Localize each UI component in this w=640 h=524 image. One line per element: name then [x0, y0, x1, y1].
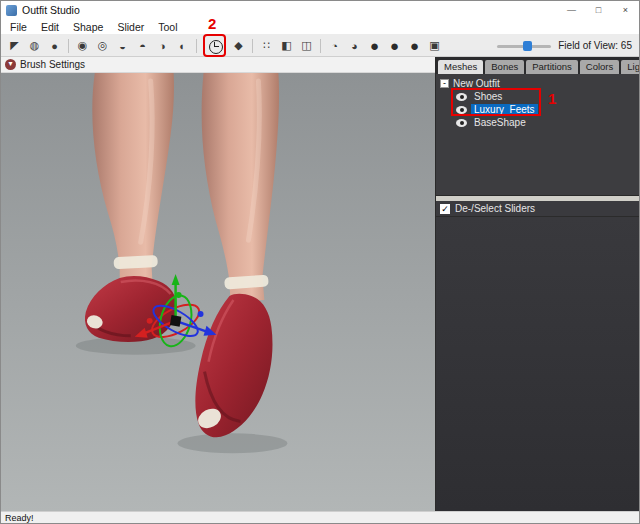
- field-of-view-slider[interactable]: [497, 39, 551, 53]
- tree-item-label: Shoes: [471, 91, 505, 102]
- select-tool-icon[interactable]: ◤: [5, 36, 24, 55]
- gizmo-handle-z[interactable]: [198, 311, 204, 317]
- tab-partitions[interactable]: Partitions: [526, 60, 578, 74]
- sliders-header: ✓ De-/Select Sliders: [436, 201, 639, 217]
- tab-bones[interactable]: Bones: [485, 60, 524, 74]
- alpha-brush-icon[interactable]: ◐: [173, 36, 192, 55]
- outfit-studio-window: Outfit Studio — □ × FileEditShapeSliderT…: [0, 0, 640, 524]
- toolbar-items: ◤◍●◉◎◒◓◑◐2◆∷◧◫◔◕●●●▣: [5, 36, 444, 55]
- close-button[interactable]: ×: [612, 1, 639, 19]
- tree-item-baseshape[interactable]: BaseShape: [456, 116, 639, 129]
- viewport-panel: ▾ Brush Settings: [1, 57, 436, 511]
- tree-root-label: New Outfit: [453, 78, 500, 89]
- panel-tabs: MeshesBonesPartitionsColorsLights: [436, 57, 639, 74]
- gizmo-handle-x[interactable]: [147, 318, 153, 324]
- toolbar: ◤◍●◉◎◒◓◑◐2◆∷◧◫◔◕●●●▣ Field of View: 65: [1, 35, 639, 57]
- sliders-panel: [436, 217, 639, 511]
- toolbar-separator: [320, 39, 321, 53]
- weight-brush-icon[interactable]: ◓: [133, 36, 152, 55]
- xmirror-toggle-icon[interactable]: ◧: [277, 36, 296, 55]
- transform-tool-icon[interactable]: 2: [205, 36, 224, 55]
- move-brush-icon[interactable]: ◎: [93, 36, 112, 55]
- tree-root-new-outfit[interactable]: - New Outfit: [440, 77, 639, 90]
- brush-strength-icon[interactable]: ◕: [345, 36, 364, 55]
- minimize-button[interactable]: —: [558, 1, 585, 19]
- inflate-brush-icon[interactable]: ●: [45, 36, 64, 55]
- tab-meshes[interactable]: Meshes: [438, 60, 483, 74]
- annotation-step-1: 1: [548, 90, 556, 107]
- pivot-tool-icon[interactable]: ◆: [229, 36, 248, 55]
- app-icon: [6, 5, 17, 16]
- scene-svg: [1, 73, 435, 511]
- menu-slider[interactable]: Slider: [110, 19, 151, 34]
- gizmo-center-cube[interactable]: [170, 315, 182, 327]
- menu-tool[interactable]: Tool: [151, 19, 184, 34]
- main-content: ▾ Brush Settings: [1, 57, 639, 511]
- view-front-icon[interactable]: ●: [365, 36, 384, 55]
- connected-brush-icon[interactable]: ◫: [297, 36, 316, 55]
- title-bar[interactable]: Outfit Studio — □ ×: [1, 1, 639, 19]
- visibility-eye-icon[interactable]: [456, 119, 467, 127]
- gizmo-handle-y[interactable]: [176, 292, 182, 298]
- collapse-chevron-icon[interactable]: ▾: [5, 59, 16, 70]
- toolbar-separator: [252, 39, 253, 53]
- view-side-icon[interactable]: ●: [405, 36, 424, 55]
- menu-file[interactable]: File: [3, 19, 34, 34]
- view-back-icon[interactable]: ●: [385, 36, 404, 55]
- menu-shape[interactable]: Shape: [66, 19, 110, 34]
- mask-brush-icon[interactable]: ◍: [25, 36, 44, 55]
- vertex-edit-icon[interactable]: ∷: [257, 36, 276, 55]
- tree-item-label: BaseShape: [471, 117, 529, 128]
- annotation-step-2: 2: [208, 15, 216, 32]
- right-shoe-shadow: [178, 433, 288, 453]
- sliders-header-label: De-/Select Sliders: [455, 203, 535, 214]
- left-sock-band: [113, 255, 157, 269]
- maximize-button[interactable]: □: [585, 1, 612, 19]
- menu-bar: FileEditShapeSliderTool: [1, 19, 639, 35]
- status-bar: Ready!: [1, 511, 639, 523]
- field-of-view-label: Field of View: 65: [558, 40, 632, 51]
- tree-collapse-icon[interactable]: -: [440, 79, 449, 88]
- color-brush-icon[interactable]: ◑: [153, 36, 172, 55]
- visibility-eye-icon[interactable]: [456, 106, 467, 114]
- menu-edit[interactable]: Edit: [34, 19, 66, 34]
- toolbar-separator: [196, 39, 197, 53]
- deflate-brush-icon[interactable]: ◉: [73, 36, 92, 55]
- brush-settings-header[interactable]: ▾ Brush Settings: [1, 57, 435, 73]
- meshes-tree: - New Outfit ShoesLuxury_FeetsBaseShape …: [436, 74, 639, 196]
- slider-thumb[interactable]: [523, 41, 532, 51]
- smooth-brush-icon[interactable]: ◒: [113, 36, 132, 55]
- window-title: Outfit Studio: [22, 4, 558, 16]
- visibility-eye-icon[interactable]: [456, 93, 467, 101]
- tree-item-label: Luxury_Feets: [471, 104, 538, 115]
- perspective-cube-icon[interactable]: ▣: [425, 36, 444, 55]
- brush-settings-label: Brush Settings: [20, 59, 85, 70]
- tab-lights[interactable]: Lights: [621, 60, 640, 74]
- tab-colors[interactable]: Colors: [580, 60, 619, 74]
- status-text: Ready!: [5, 513, 34, 523]
- check-icon: ✓: [441, 204, 449, 214]
- right-panel: MeshesBonesPartitionsColorsLights - New …: [436, 57, 639, 511]
- brush-falloff-icon[interactable]: ◔: [325, 36, 344, 55]
- viewport-3d-scene[interactable]: [1, 73, 435, 511]
- toolbar-separator: [68, 39, 69, 53]
- select-sliders-checkbox[interactable]: ✓: [440, 204, 450, 214]
